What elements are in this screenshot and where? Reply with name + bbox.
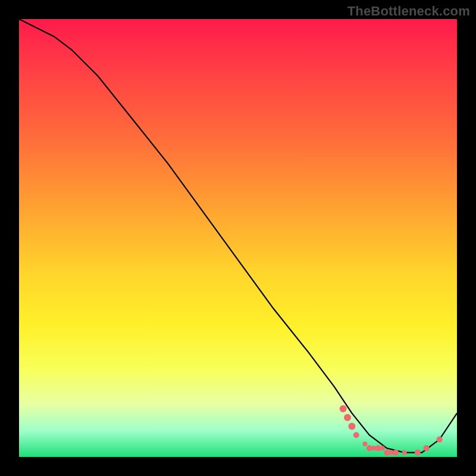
curve-markers <box>340 405 443 456</box>
curve-marker <box>344 414 351 421</box>
plot-area <box>19 19 457 457</box>
watermark-text: TheBottleneck.com <box>347 4 470 19</box>
bottleneck-curve <box>19 19 457 453</box>
chart-frame: TheBottleneck.com <box>0 0 476 476</box>
curve-marker <box>353 432 359 438</box>
curve-marker <box>437 437 443 443</box>
curve-marker <box>402 450 407 455</box>
chart-svg <box>19 19 457 457</box>
curve-marker <box>348 423 355 430</box>
curve-marker <box>393 450 399 456</box>
curve-marker <box>415 450 421 456</box>
curve-marker <box>362 441 367 446</box>
curve-marker <box>340 405 347 412</box>
curve-marker <box>380 446 385 450</box>
curve-marker <box>424 445 430 451</box>
